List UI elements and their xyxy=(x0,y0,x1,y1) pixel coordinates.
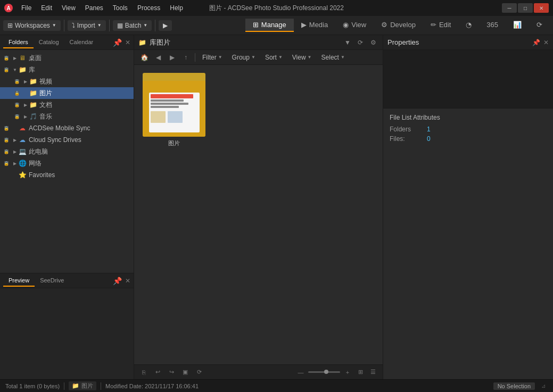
tree-item-videos[interactable]: 🔒 ▶ 📁 视频 xyxy=(0,76,134,87)
file-area[interactable]: 图片 xyxy=(134,65,383,364)
refresh-btn[interactable]: ⟳ xyxy=(194,367,204,378)
nav-home-btn[interactable]: 🏠 xyxy=(138,52,150,63)
preview-content xyxy=(149,93,200,124)
group-button[interactable]: Group ▼ xyxy=(228,53,259,62)
library-icon: 📁 xyxy=(18,66,27,73)
minimize-button[interactable]: ─ xyxy=(502,3,517,13)
media-icon: ▶ xyxy=(301,21,307,29)
close-button[interactable]: ✕ xyxy=(534,3,549,13)
redo-btn[interactable]: ↪ xyxy=(166,367,177,378)
view-button[interactable]: View ▼ xyxy=(288,53,316,62)
sort-button[interactable]: Sort ▼ xyxy=(261,53,286,62)
tab-365[interactable]: 365 xyxy=(479,19,506,32)
tab-extra1[interactable]: ◔ xyxy=(458,19,479,32)
media-label: Media xyxy=(309,21,328,29)
tree-item-cloud-drives[interactable]: 🔒 ▶ ☁ Cloud Sync Drives xyxy=(0,134,134,146)
tab-manage[interactable]: ⊞ Manage xyxy=(245,19,294,32)
tree-item-library[interactable]: 🔒 ▼ 📁 库 xyxy=(0,64,134,76)
tab-refresh[interactable]: ⟳ xyxy=(529,19,550,32)
pc-label: 此电脑 xyxy=(29,147,48,156)
manage-icon: ⊞ xyxy=(253,21,259,29)
zoom-slider-track[interactable] xyxy=(308,371,340,373)
restore-button[interactable]: □ xyxy=(518,3,533,13)
preview-close-icon[interactable]: ✕ xyxy=(125,277,130,285)
filter-arrow: ▼ xyxy=(218,55,222,60)
zoom-control: — + ⊞ ☰ xyxy=(295,367,378,378)
menu-panes[interactable]: Panes xyxy=(81,3,108,13)
attr-key-folders: Folders xyxy=(390,126,427,133)
header-filter-btn[interactable]: ⚙ xyxy=(368,37,378,48)
panel-pin-icon[interactable]: 📌 xyxy=(113,38,122,47)
view-list-btn[interactable]: ☰ xyxy=(368,367,378,378)
tree-item-docs[interactable]: 🔒 ▶ 📁 文档 xyxy=(0,99,134,111)
properties-preview-area xyxy=(383,50,553,109)
tab-seedrive[interactable]: SeeDrive xyxy=(35,275,69,287)
tree-item-mobile-sync[interactable]: 🔒 ☁ ACDSee Mobile Sync xyxy=(0,122,134,134)
undo-btn[interactable]: ↩ xyxy=(152,367,163,378)
tree-item-pictures[interactable]: 🔒 📁 图片 xyxy=(0,87,134,99)
mini-thumb-1 xyxy=(151,111,166,123)
tab-preview[interactable]: Preview xyxy=(3,275,35,287)
stats-icon: 📊 xyxy=(513,21,522,29)
header-dropdown-btn[interactable]: ▼ xyxy=(342,37,353,48)
toolbar-separator-3 xyxy=(155,20,155,31)
view-grid-btn[interactable]: ⊞ xyxy=(355,367,366,378)
app-icon: A xyxy=(4,4,13,12)
mode-tabs: ⊞ Manage ▶ Media ◉ View ⚙ Develop ✏ Edit… xyxy=(245,19,550,32)
select-btn[interactable]: ▣ xyxy=(180,367,191,378)
tree-item-music[interactable]: 🔒 ▶ 🎵 音乐 xyxy=(0,111,134,122)
header-refresh-btn[interactable]: ⟳ xyxy=(355,37,366,48)
group-label: Group xyxy=(232,54,250,61)
menu-file[interactable]: File xyxy=(17,3,36,13)
status-path: 📁 图片 xyxy=(69,381,96,390)
music-icon: 🎵 xyxy=(29,113,37,120)
tree-item-favorites[interactable]: ⭐ Favorites xyxy=(0,169,134,181)
zoom-in-btn[interactable]: + xyxy=(342,367,353,378)
tab-catalog[interactable]: Catalog xyxy=(34,37,64,48)
workspaces-button[interactable]: ⊞ Workspaces ▼ xyxy=(3,20,61,31)
nav-up-btn[interactable]: ↑ xyxy=(180,52,192,63)
tree-item-this-pc[interactable]: 🔒 ▶ 💻 此电脑 xyxy=(0,146,134,157)
tab-stats[interactable]: 📊 xyxy=(506,19,529,32)
file-thumbnail-pictures[interactable]: 图片 xyxy=(139,70,209,150)
zoom-out-btn[interactable]: — xyxy=(295,367,306,378)
nav-back-btn[interactable]: ◀ xyxy=(152,52,164,63)
videos-label: 视频 xyxy=(39,77,52,86)
pictures-label: 图片 xyxy=(39,89,52,98)
batch-button[interactable]: ▦ Batch ▼ xyxy=(113,20,152,31)
lock-icon: 🔒 xyxy=(4,126,9,130)
tab-folders[interactable]: Folders xyxy=(3,37,34,48)
menu-view[interactable]: View xyxy=(57,3,80,13)
nav-forward-btn[interactable]: ▶ xyxy=(166,52,178,63)
tab-calendar[interactable]: Calendar xyxy=(64,37,99,48)
copy-btn[interactable]: ⎘ xyxy=(138,367,149,378)
tab-view[interactable]: ◉ View xyxy=(335,19,374,32)
properties-pin-icon[interactable]: 📌 xyxy=(532,39,540,46)
library-label: 库 xyxy=(29,65,35,74)
select-label: Select xyxy=(321,54,339,61)
preview-pin-icon[interactable]: 📌 xyxy=(113,277,122,285)
import-button[interactable]: ⤵ Import ▼ xyxy=(68,20,106,31)
panel-close-icon[interactable]: ✕ xyxy=(125,39,130,46)
breadcrumb-text: 库图片 xyxy=(150,38,170,47)
tab-edit[interactable]: ✏ Edit xyxy=(423,19,458,32)
preview-thumbnails xyxy=(151,111,198,123)
menu-process[interactable]: Process xyxy=(133,3,164,13)
sort-arrow: ▼ xyxy=(278,55,283,60)
properties-close-icon[interactable]: ✕ xyxy=(543,39,549,46)
menu-help[interactable]: Help xyxy=(166,3,187,13)
menu-edit[interactable]: Edit xyxy=(37,3,56,13)
folder-body xyxy=(143,81,205,137)
select-button[interactable]: Select ▼ xyxy=(318,53,349,62)
pc-icon: 💻 xyxy=(18,148,27,155)
menu-tools[interactable]: Tools xyxy=(109,3,132,13)
tree-item-desktop[interactable]: 🔒 ▶ 🖥 桌面 xyxy=(0,52,134,64)
status-path-label: 图片 xyxy=(81,382,93,390)
filter-button[interactable]: Filter ▼ xyxy=(199,53,226,62)
tab-develop[interactable]: ⚙ Develop xyxy=(374,19,423,32)
docs-label: 文档 xyxy=(39,101,52,110)
tab-media[interactable]: ▶ Media xyxy=(294,19,335,32)
expand-button[interactable]: ▶ xyxy=(159,20,172,31)
lock-icon: 🔒 xyxy=(15,114,19,119)
tree-item-network[interactable]: 🔒 ▶ 🌐 网络 xyxy=(0,157,134,169)
